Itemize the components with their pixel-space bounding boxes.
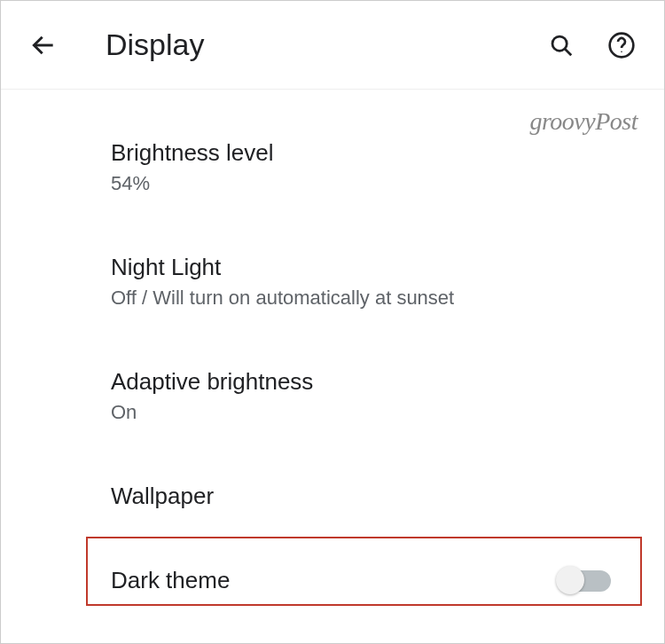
setting-title: Adaptive brightness (111, 368, 629, 396)
search-button[interactable] (544, 27, 579, 63)
setting-title: Wallpaper (111, 483, 629, 510)
setting-title: Brightness level (111, 139, 629, 167)
setting-adaptive-brightness[interactable]: Adaptive brightness On (111, 347, 629, 445)
svg-point-4 (621, 51, 622, 52)
page-title: Display (106, 27, 544, 62)
svg-line-2 (565, 49, 571, 55)
setting-night-light[interactable]: Night Light Off / Will turn on automatic… (111, 232, 629, 331)
setting-subtitle: Off / Will turn on automatically at suns… (111, 287, 629, 310)
header-actions (544, 27, 639, 63)
highlight-annotation (86, 537, 642, 606)
help-icon (607, 31, 636, 59)
header: Display (1, 1, 664, 90)
help-button[interactable] (604, 27, 639, 63)
svg-point-1 (552, 36, 567, 51)
setting-title: Night Light (111, 254, 629, 281)
search-icon (548, 32, 575, 59)
back-button[interactable] (26, 27, 61, 63)
watermark: groovyPost (530, 107, 638, 136)
setting-subtitle: 54% (111, 172, 629, 195)
setting-wallpaper[interactable]: Wallpaper (111, 461, 629, 537)
setting-subtitle: On (111, 401, 629, 424)
arrow-back-icon (29, 31, 58, 59)
